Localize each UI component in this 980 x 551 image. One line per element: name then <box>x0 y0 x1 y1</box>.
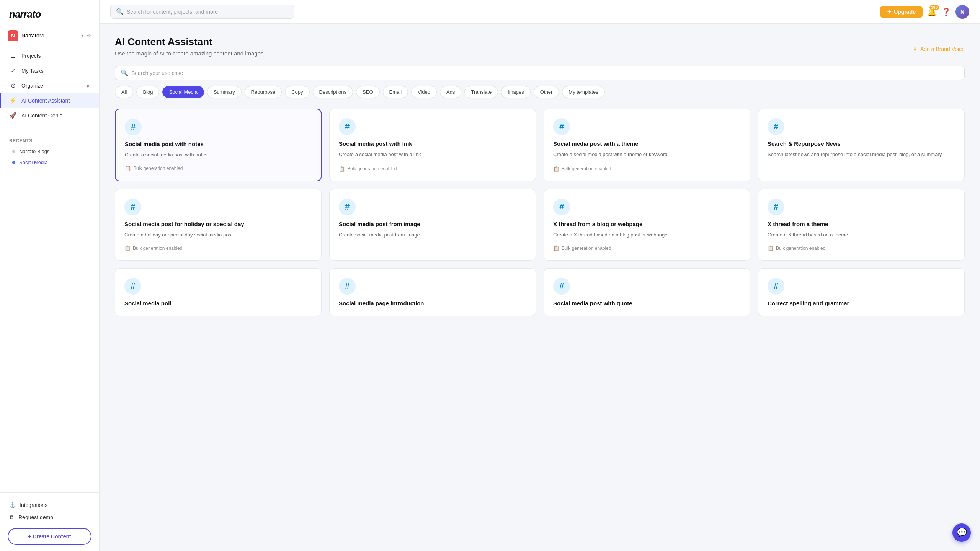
card-desc: Create a holiday or special day social m… <box>124 231 312 239</box>
card-icon-social-theme: # <box>553 118 570 135</box>
copy-icon: 📋 <box>125 166 131 171</box>
notification-count-badge: 380 <box>929 5 939 10</box>
card-search-repurpose-news[interactable]: # Search & Repurpose News Search latest … <box>758 109 965 181</box>
card-title: Social media page introduction <box>339 300 526 306</box>
card-desc: Create a social media post with notes <box>125 151 312 159</box>
card-icon-social-holiday: # <box>124 199 141 215</box>
filter-chip-translate[interactable]: Translate <box>464 86 498 98</box>
card-icon-x-thread-theme: # <box>768 199 784 215</box>
notifications-button[interactable]: 🔔 380 <box>927 7 937 16</box>
chat-icon: 💬 <box>957 528 967 538</box>
filter-chip-seo[interactable]: SEO <box>356 86 379 98</box>
card-bulk: 📋 Bulk generation enabled <box>124 245 312 251</box>
arrow-right-icon: ▶ <box>87 83 90 88</box>
card-desc: Create social media post from image <box>339 231 526 251</box>
card-desc: Create a social media post with a link <box>339 151 526 159</box>
global-search-bar[interactable]: 🔍 <box>110 5 294 19</box>
card-title: Social media post with link <box>339 140 526 147</box>
card-title: Correct spelling and grammar <box>768 300 955 306</box>
sidebar-item-label: AI Content Assistant <box>21 98 70 104</box>
card-social-quote[interactable]: # Social media post with quote <box>544 268 750 316</box>
sidebar-item-label: AI Content Genie <box>21 112 62 119</box>
filter-chip-email[interactable]: Email <box>383 86 408 98</box>
sidebar-item-ai-content-assistant[interactable]: ⚡ AI Content Assistant <box>0 93 99 108</box>
use-case-search-bar[interactable]: 🔍 <box>115 66 965 80</box>
card-social-poll[interactable]: # Social media poll <box>115 268 322 316</box>
recent-item-narrato-blogs[interactable]: Narrato Blogs <box>0 146 99 157</box>
card-desc: Create a X thread based on a blog post o… <box>553 231 741 239</box>
copy-icon: 📋 <box>339 166 345 172</box>
card-social-page-intro[interactable]: # Social media page introduction <box>329 268 536 316</box>
card-title: Social media post with quote <box>553 300 741 306</box>
card-x-thread-theme[interactable]: # X thread from a theme Create a X threa… <box>758 189 965 261</box>
card-social-link[interactable]: # Social media post with link Create a s… <box>329 109 536 181</box>
card-title: X thread from a theme <box>768 221 955 227</box>
content-area: AI Content Assistant Use the magic of AI… <box>100 24 980 551</box>
filter-chip-summary[interactable]: Summary <box>207 86 242 98</box>
sidebar-item-integrations[interactable]: ⚓ Integrations <box>8 499 91 511</box>
global-search-input[interactable] <box>127 9 288 15</box>
sidebar-item-projects[interactable]: 🗂 Projects <box>0 49 99 63</box>
card-icon-social-quote: # <box>553 278 570 295</box>
workspace-name: NarratoM... <box>21 33 78 39</box>
tasks-icon: ✓ <box>9 67 17 74</box>
card-icon-social-poll: # <box>124 278 141 295</box>
filter-chip-other[interactable]: Other <box>534 86 559 98</box>
search-icon: 🔍 <box>121 69 128 77</box>
star-icon: ✦ <box>887 9 892 15</box>
sidebar-item-ai-content-genie[interactable]: 🚀 AI Content Genie <box>0 108 99 123</box>
card-social-from-image[interactable]: # Social media post from image Create so… <box>329 189 536 261</box>
monitor-icon: 🖥 <box>9 514 15 520</box>
sidebar-item-my-tasks[interactable]: ✓ My Tasks <box>0 63 99 78</box>
card-x-thread-blog[interactable]: # X thread from a blog or webpage Create… <box>544 189 750 261</box>
use-case-search-input[interactable] <box>131 70 959 76</box>
sidebar-item-organize[interactable]: ⊙ Organize ▶ <box>0 78 99 93</box>
upgrade-button[interactable]: ✦ Upgrade <box>880 6 923 18</box>
mic-icon: 🎙 <box>913 46 918 52</box>
filter-bar: All Blog Social Media Summary Repurpose … <box>115 86 965 98</box>
card-icon-correct-spelling: # <box>768 278 784 295</box>
recent-item-label: Social Media <box>19 160 47 165</box>
card-correct-spelling[interactable]: # Correct spelling and grammar <box>758 268 965 316</box>
recent-item-social-media[interactable]: Social Media <box>0 157 99 168</box>
add-brand-voice-button[interactable]: 🎙 Add a Brand Voice <box>913 46 965 52</box>
card-bulk: 📋 Bulk generation enabled <box>768 245 955 251</box>
card-title: Social media post for holiday or special… <box>124 221 312 227</box>
filter-chip-copy[interactable]: Copy <box>285 86 309 98</box>
filter-chip-descriptions[interactable]: Descriptions <box>313 86 353 98</box>
bulk-label: Bulk generation enabled <box>562 166 611 171</box>
filter-chip-social-media[interactable]: Social Media <box>162 86 204 98</box>
projects-icon: 🗂 <box>9 52 17 59</box>
filter-chip-all[interactable]: All <box>115 86 133 98</box>
filter-chip-images[interactable]: Images <box>501 86 531 98</box>
workspace-row[interactable]: N NarratoM... ▾ ⚙ <box>0 27 99 44</box>
card-bulk: 📋 Bulk generation enabled <box>553 166 741 172</box>
filter-chip-video[interactable]: Video <box>411 86 437 98</box>
filter-chip-repurpose[interactable]: Repurpose <box>245 86 282 98</box>
hashtag-icon: # <box>345 281 350 291</box>
organize-icon: ⊙ <box>9 82 17 89</box>
card-bulk: 📋 Bulk generation enabled <box>339 166 526 172</box>
copy-icon: 📋 <box>124 245 131 251</box>
page-title: AI Content Assistant <box>115 36 965 48</box>
card-icon-social-from-image: # <box>339 199 356 215</box>
user-avatar[interactable]: N <box>956 5 969 19</box>
card-social-notes[interactable]: # Social media post with notes Create a … <box>115 109 322 181</box>
card-social-theme[interactable]: # Social media post with a theme Create … <box>544 109 750 181</box>
sidebar-item-request-demo[interactable]: 🖥 Request demo <box>8 511 91 523</box>
card-title: Search & Repurpose News <box>768 140 955 147</box>
bulk-label: Bulk generation enabled <box>562 246 611 251</box>
filter-chip-ads[interactable]: Ads <box>440 86 461 98</box>
main-content: 🔍 ✦ Upgrade 🔔 380 ❓ N AI Content Assista… <box>100 0 980 551</box>
hashtag-icon: # <box>559 281 564 291</box>
sidebar-bottom: ⚓ Integrations 🖥 Request demo + Create C… <box>0 492 99 551</box>
rocket-icon: 🚀 <box>9 112 17 119</box>
card-icon-x-thread-blog: # <box>553 199 570 215</box>
chat-bubble-button[interactable]: 💬 <box>952 523 971 542</box>
create-content-button[interactable]: + Create Content <box>8 528 91 545</box>
filter-chip-my-templates[interactable]: My templates <box>562 86 604 98</box>
card-social-holiday[interactable]: # Social media post for holiday or speci… <box>115 189 322 261</box>
filter-chip-blog[interactable]: Blog <box>136 86 159 98</box>
help-icon[interactable]: ❓ <box>941 7 951 16</box>
gear-icon[interactable]: ⚙ <box>87 33 91 39</box>
